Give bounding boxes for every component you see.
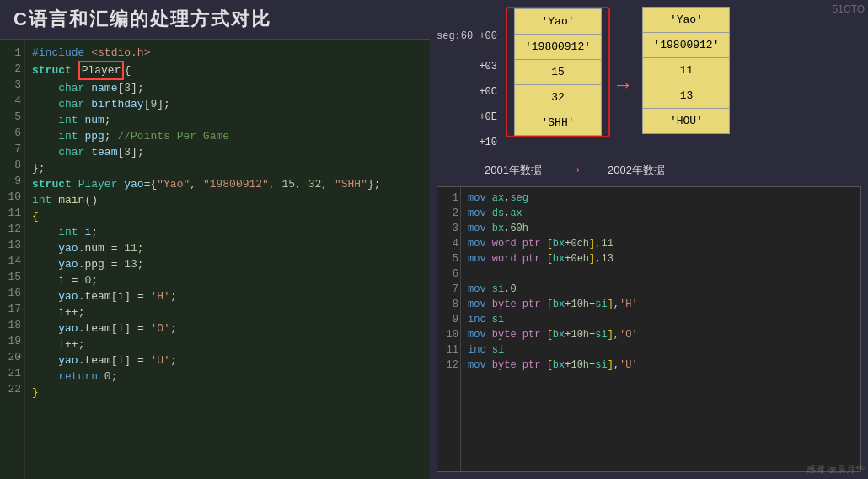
- asm-line-numbers: 12345 678910 1112: [437, 187, 461, 471]
- cell-2001-yao: 'Yao': [515, 9, 602, 35]
- code-area: 12345 678910 1112131415 1617181920 2122 …: [0, 40, 430, 479]
- offset-10: +10: [479, 137, 497, 148]
- cell-2002-birthday: '19800912': [643, 33, 730, 58]
- asm-section: 12345 678910 1112 mov ax,seg mov ds,ax m…: [437, 186, 861, 472]
- code-content: #include <stdio.h> struct Player{ char n…: [25, 40, 430, 479]
- data-table-2002: 'Yao' '19800912' 11 13 'HOU': [642, 7, 730, 134]
- bottom-watermark: 感谢 凌晨月华: [806, 463, 865, 476]
- offset-03: +03: [479, 61, 497, 73]
- cell-2001-num: 15: [515, 60, 602, 85]
- arrow-label: →: [570, 160, 580, 180]
- label-2002: 2002年数据: [608, 164, 665, 176]
- cell-2002-num: 11: [643, 58, 730, 83]
- watermark: 51CTO: [833, 3, 865, 15]
- label-2001: 2001年数据: [485, 164, 542, 176]
- data-tables-section: seg:60 +00 +03 +0C +0E +10 'Yao' '198009…: [437, 7, 861, 180]
- line-numbers: 12345 678910 1112131415 1617181920 2122: [0, 40, 25, 479]
- cell-2001-ppg: 32: [515, 85, 602, 110]
- page-title: C语言和汇编的处理方式对比: [0, 0, 430, 40]
- cell-2002-team: 'HOU': [643, 109, 730, 134]
- right-panel: 51CTO seg:60 +00 +03 +0C +0E +10: [430, 0, 868, 479]
- arrow-section: →: [610, 7, 635, 97]
- seg-labels: seg:60 +00 +03 +0C +0E +10: [437, 7, 502, 155]
- cell-2001-birthday: '19800912': [515, 35, 602, 60]
- cell-2002-ppg: 13: [643, 83, 730, 109]
- cell-2001-team: 'SHH': [515, 110, 602, 136]
- cell-2002-yao: 'Yao': [643, 8, 730, 33]
- asm-content: mov ax,seg mov ds,ax mov bx,60h mov word…: [461, 187, 860, 471]
- offset-0c: +0C: [479, 86, 497, 98]
- arrow-icon: →: [617, 74, 629, 97]
- left-panel: C语言和汇编的处理方式对比 12345 678910 1112131415 16…: [0, 0, 430, 479]
- offset-0e: +0E: [479, 111, 497, 123]
- seg-prefix-label: seg:60 +00: [437, 30, 497, 42]
- data-table-2001: 'Yao' '19800912' 15 32 'SHH': [514, 8, 602, 136]
- main-container: C语言和汇编的处理方式对比 12345 678910 1112131415 16…: [0, 0, 868, 479]
